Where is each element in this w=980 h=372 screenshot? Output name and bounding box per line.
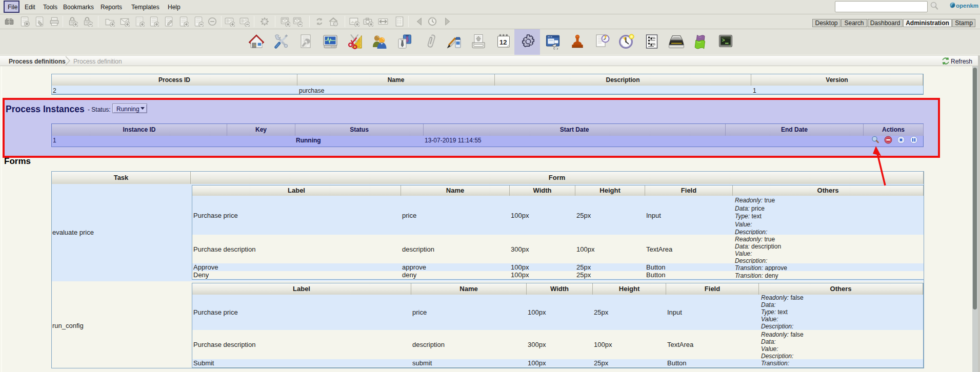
svg-text:12: 12 [499, 38, 507, 46]
svg-text:openkm: openkm [956, 3, 978, 9]
svg-text:>: > [722, 38, 725, 44]
